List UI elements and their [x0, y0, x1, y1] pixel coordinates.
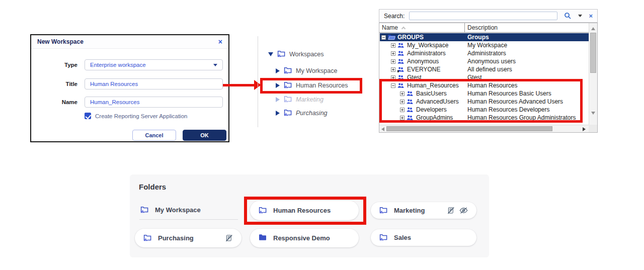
highlight-box-tree [260, 78, 362, 94]
scroll-left-icon[interactable] [381, 127, 384, 131]
horizontal-scrollbar[interactable] [379, 125, 589, 132]
name-field-value: Human_Resources [90, 99, 139, 105]
search-input[interactable] [409, 12, 557, 20]
group-row-icon-slot [397, 50, 405, 57]
expand-arrow-icon[interactable] [268, 52, 273, 56]
folder-label: Responsive Demo [273, 234, 330, 242]
tree-item-label: My Workspace [296, 67, 337, 74]
folder-card[interactable]: Marketing [371, 202, 476, 219]
workspace-folder-icon [284, 95, 292, 103]
solid-folder-icon [259, 234, 267, 241]
group-row[interactable]: My_Workspace My Workspace [380, 41, 589, 49]
group-row[interactable]: GROUPS Groups [380, 33, 589, 41]
scroll-down-icon[interactable] [591, 112, 595, 115]
tree-item-label: Workspaces [289, 51, 324, 58]
restricted-edit-icon [225, 234, 233, 242]
expand-arrow-icon[interactable] [276, 68, 280, 73]
name-field-row: Name Human_Resources [31, 97, 228, 108]
folder-card[interactable]: Sales [371, 229, 476, 246]
folder-label: Sales [394, 234, 411, 241]
table-header: Name Description [379, 23, 597, 33]
type-select[interactable]: Enterprise workspace [85, 59, 223, 70]
group-row[interactable]: Administrators Administrators [380, 49, 589, 57]
checkbox-row: Create Reporting Server Application [85, 113, 187, 119]
hidden-eye-icon [459, 207, 468, 214]
search-close-icon[interactable]: × [589, 13, 593, 19]
group-name: EVERYONE [407, 66, 440, 73]
expand-toggle-icon[interactable] [391, 59, 395, 64]
dialog-header: New Workspace × [31, 35, 228, 49]
tree-panel-divider [258, 36, 258, 127]
folder-card[interactable]: Purchasing [135, 229, 242, 247]
tree-item[interactable]: My Workspace [276, 66, 337, 75]
tree-item-label: Purchasing [296, 110, 328, 117]
folder-icon-slot [259, 234, 267, 242]
title-field-row: Title Human Resources [31, 78, 228, 89]
checked-checkbox[interactable] [85, 113, 91, 119]
group-name: My_Workspace [407, 42, 448, 49]
expand-toggle-icon[interactable] [381, 35, 386, 40]
title-field-value: Human Resources [90, 81, 138, 87]
vertical-scrollbar[interactable] [589, 23, 597, 125]
folder-label: Marketing [394, 207, 425, 214]
name-field[interactable]: Human_Resources [85, 97, 223, 108]
expand-arrow-icon[interactable] [276, 111, 280, 116]
search-options-caret-icon[interactable] [578, 15, 582, 17]
vertical-scroll-thumb[interactable] [590, 33, 596, 73]
group-row[interactable]: EVERYONE All defined users [380, 65, 589, 73]
tree-item[interactable]: Workspaces [268, 50, 324, 59]
cancel-button[interactable]: Cancel [132, 130, 176, 141]
expand-arrow-icon[interactable] [276, 97, 280, 102]
folder-icon-slot [379, 233, 387, 242]
horizontal-scroll-thumb[interactable] [386, 126, 552, 131]
highlight-box-folder-card [244, 197, 366, 225]
group-name: Administrators [407, 50, 446, 57]
workspace-folder-icon [277, 50, 285, 57]
group-row-icon-slot [397, 66, 405, 73]
workspace-folder-icon [379, 206, 387, 214]
close-icon[interactable]: × [218, 38, 222, 45]
type-field-row: Type Enterprise workspace [31, 59, 228, 70]
sort-ascending-icon [401, 26, 406, 30]
name-column-label: Name [382, 24, 398, 31]
folder-label: My Workspace [155, 206, 201, 214]
group-description: Groups [467, 34, 489, 41]
screenshot-page: New Workspace × Type Enterprise workspac… [0, 0, 644, 270]
group-row-icon-slot [388, 34, 395, 41]
group-name: Anonymous [407, 58, 439, 65]
expand-toggle-icon[interactable] [391, 43, 395, 48]
group-row-icon-slot [397, 58, 405, 65]
title-field[interactable]: Human Resources [85, 78, 223, 89]
checkbox-label: Create Reporting Server Application [95, 113, 187, 119]
tree-item-label: Marketing [296, 96, 324, 103]
expand-toggle-icon[interactable] [391, 51, 395, 56]
group-row[interactable]: Anonymous Anonymous users [380, 57, 589, 65]
expand-toggle-icon[interactable] [391, 67, 395, 72]
highlight-box-groups [379, 79, 583, 123]
group-everyone-icon [397, 66, 404, 72]
group-icon [397, 42, 404, 48]
column-divider[interactable] [464, 23, 465, 32]
chevron-down-icon [213, 64, 217, 66]
group-icon [397, 58, 404, 64]
folder-badges [225, 234, 233, 242]
tree-item[interactable]: Purchasing [276, 109, 328, 118]
scroll-right-icon[interactable] [583, 127, 586, 131]
search-icon[interactable] [564, 12, 572, 20]
name-label: Name [31, 99, 85, 105]
group-description: Administrators [467, 50, 506, 57]
workspace-folder-icon [379, 233, 387, 241]
scroll-up-icon[interactable] [591, 27, 595, 30]
folder-icon-slot [140, 206, 148, 215]
ok-button[interactable]: OK [183, 130, 226, 141]
group-name: GROUPS [397, 34, 424, 41]
tree-item[interactable]: Marketing [276, 95, 324, 104]
restricted-edit-icon [447, 207, 455, 214]
column-header-name[interactable]: Name [382, 24, 405, 31]
folder-label: Purchasing [158, 234, 194, 242]
folder-card[interactable]: Responsive Demo [250, 229, 359, 247]
column-header-description[interactable]: Description [467, 24, 498, 31]
group-description: My Workspace [467, 42, 507, 49]
search-icons: × [564, 12, 593, 20]
folder-card[interactable]: My Workspace [138, 201, 239, 219]
